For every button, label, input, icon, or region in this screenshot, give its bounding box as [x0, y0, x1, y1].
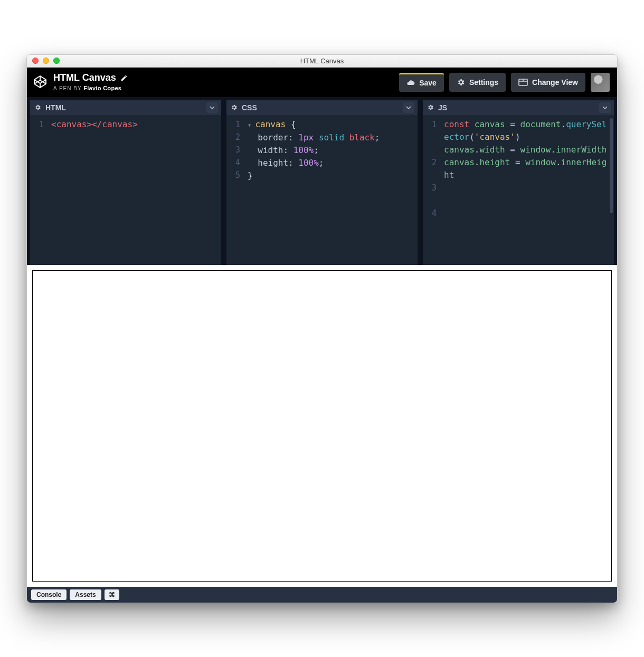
gutter-js: 1 2 3 4	[423, 115, 441, 265]
keyboard-shortcuts-button[interactable]: ⌘	[105, 589, 119, 600]
canvas-output	[32, 270, 612, 582]
topbar-right: Save Settings Change View	[399, 73, 610, 92]
chevron-down-icon	[602, 105, 608, 110]
change-view-label: Change View	[532, 78, 578, 87]
panel-js-menu[interactable]	[599, 102, 611, 113]
panel-css-title: CSS	[242, 103, 257, 112]
panel-html-header: HTML	[30, 100, 221, 115]
settings-label: Settings	[469, 78, 498, 87]
change-view-button[interactable]: Change View	[511, 73, 585, 92]
preview-pane	[27, 265, 617, 587]
footer: Console Assets ⌘	[27, 587, 617, 603]
panel-html-menu[interactable]	[206, 102, 218, 113]
pen-title: HTML Canvas	[53, 73, 116, 83]
window-title: HTML Canvas	[27, 57, 617, 65]
editor-js[interactable]: 1 2 3 4 const canvas = document.querySel…	[423, 115, 614, 265]
topbar: HTML Canvas A PEN BY Flavio Copes Save	[27, 68, 617, 97]
gutter-css: 1 2 3 4 5	[226, 115, 244, 265]
panel-js: JS 1 2 3 4 const canvas = document.query…	[423, 100, 614, 265]
settings-button[interactable]: Settings	[449, 73, 506, 92]
layout-icon	[518, 79, 528, 86]
gear-icon[interactable]	[34, 104, 41, 111]
console-button[interactable]: Console	[31, 589, 67, 600]
assets-button[interactable]: Assets	[70, 589, 101, 600]
byline-prefix: A PEN BY	[53, 85, 81, 91]
panel-js-title: JS	[438, 103, 447, 112]
gutter-html: 1	[30, 115, 48, 265]
editor-css[interactable]: 1 2 3 4 5 ▾ canvas { border: 1px solid b…	[226, 115, 418, 265]
gear-icon	[457, 78, 465, 87]
panel-js-header: JS	[423, 100, 614, 115]
save-label: Save	[419, 79, 437, 87]
codepen-logo-icon	[33, 75, 47, 89]
panel-html: HTML 1 <canvas></canvas>	[30, 100, 221, 265]
edit-title-icon[interactable]	[120, 74, 128, 82]
pen-byline: A PEN BY Flavio Copes	[53, 85, 128, 91]
code-html[interactable]: <canvas></canvas>	[48, 115, 221, 265]
pen-meta: HTML Canvas A PEN BY Flavio Copes	[53, 73, 128, 91]
topbar-left: HTML Canvas A PEN BY Flavio Copes	[33, 73, 128, 91]
panel-css-header: CSS	[226, 100, 418, 115]
pen-title-row[interactable]: HTML Canvas	[53, 73, 128, 83]
panel-html-title: HTML	[45, 103, 66, 112]
command-icon: ⌘	[109, 591, 115, 598]
editor-panels: HTML 1 <canvas></canvas> CSS	[27, 97, 617, 265]
scrollbar[interactable]	[610, 118, 613, 213]
gear-icon[interactable]	[427, 104, 434, 111]
app-window: HTML Canvas HTML Canvas	[26, 54, 618, 603]
macos-titlebar: HTML Canvas	[27, 55, 617, 68]
panel-css-menu[interactable]	[403, 102, 414, 113]
save-button[interactable]: Save	[399, 73, 444, 92]
code-css[interactable]: ▾ canvas { border: 1px solid black; widt…	[244, 115, 418, 265]
gear-icon[interactable]	[231, 104, 238, 111]
avatar[interactable]	[591, 73, 610, 92]
chevron-down-icon	[406, 105, 411, 110]
editor-html[interactable]: 1 <canvas></canvas>	[30, 115, 221, 265]
chevron-down-icon	[210, 105, 215, 110]
cloud-icon	[406, 79, 415, 87]
code-js[interactable]: const canvas = document.querySelector('c…	[441, 115, 614, 265]
panel-css: CSS 1 2 3 4 5 ▾ canvas { border: 1px sol…	[226, 100, 418, 265]
author-link[interactable]: Flavio Copes	[83, 85, 121, 91]
